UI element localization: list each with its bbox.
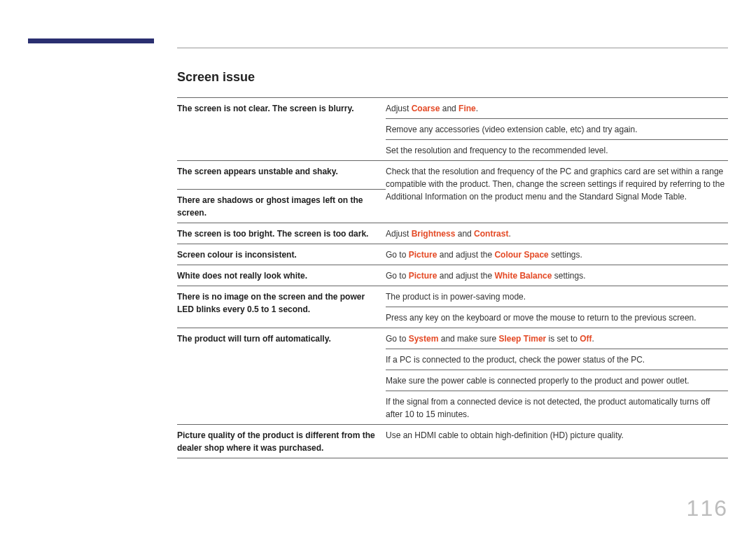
issue-solution: The product is in power-saving mode.	[386, 286, 728, 307]
table-row: Picture quality of the product is differ…	[177, 425, 728, 458]
issue-solution: Use an HDMI cable to obtain high-definit…	[386, 425, 728, 458]
issue-solution: Remove any accessories (video extension …	[386, 119, 728, 140]
issue-solution: If the signal from a connected device is…	[386, 391, 728, 425]
issue-solution: Make sure the power cable is connected p…	[386, 370, 728, 391]
issue-solution: Check that the resolution and frequency …	[386, 161, 728, 223]
text: and adjust the	[437, 250, 494, 260]
text: is set to	[546, 334, 580, 344]
section-title: Screen issue	[177, 70, 728, 85]
table-row: The screen appears unstable and shaky. T…	[177, 161, 728, 223]
header-rule	[177, 48, 728, 48]
text: and	[455, 229, 474, 239]
highlight: Off	[580, 334, 592, 344]
issue-label: The screen is not clear. The screen is b…	[177, 98, 386, 161]
issue-solution: Go to Picture and adjust the White Balan…	[386, 265, 728, 286]
text: Adjust	[386, 104, 412, 113]
issue-label: White does not really look white.	[177, 265, 386, 286]
table-row: There is no image on the screen and the …	[177, 286, 728, 307]
issue-solution: Adjust Brightness and Contrast.	[386, 223, 728, 244]
issue-solution: If a PC is connected to the product, che…	[386, 349, 728, 370]
text: and adjust the	[437, 271, 494, 281]
issue-solution: Go to Picture and adjust the Colour Spac…	[386, 244, 728, 265]
page-number: 116	[687, 496, 728, 521]
highlight: White Balance	[494, 271, 552, 281]
highlight: Fine	[458, 104, 476, 113]
issue-label: Screen colour is inconsistent.	[177, 244, 386, 265]
highlight: Sleep Timer	[498, 334, 546, 344]
highlight: Coarse	[412, 104, 440, 113]
text: Go to	[386, 334, 409, 344]
text: Go to	[386, 271, 409, 281]
text: and make sure	[438, 334, 498, 344]
text: .	[508, 229, 510, 239]
highlight: Colour Space	[494, 250, 548, 260]
table-row: Screen colour is inconsistent. Go to Pic…	[177, 244, 728, 265]
issue-label: The screen appears unstable and shaky.	[177, 161, 386, 189]
issue-label: Picture quality of the product is differ…	[177, 425, 386, 458]
accent-bar	[28, 38, 154, 43]
issue-solution: Go to System and make sure Sleep Timer i…	[386, 328, 728, 349]
issue-solution: Adjust Coarse and Fine.	[386, 98, 728, 119]
table-row: The screen is not clear. The screen is b…	[177, 98, 728, 119]
highlight: Brightness	[412, 229, 456, 239]
text: settings.	[549, 250, 582, 260]
text: Adjust	[386, 229, 412, 239]
issue-label: There are shadows or ghost images left o…	[177, 189, 386, 223]
issue-label-group: The screen appears unstable and shaky. T…	[177, 161, 386, 223]
highlight: System	[409, 334, 439, 344]
text: .	[592, 334, 594, 344]
table-row: The screen is too bright. The screen is …	[177, 223, 728, 244]
troubleshooting-table: The screen is not clear. The screen is b…	[177, 97, 728, 458]
issue-label: The product will turn off automatically.	[177, 328, 386, 425]
table-row: White does not really look white. Go to …	[177, 265, 728, 286]
issue-solution: Set the resolution and frequency to the …	[386, 140, 728, 161]
text: and	[440, 104, 458, 113]
issue-label: The screen is too bright. The screen is …	[177, 223, 386, 244]
text: .	[476, 104, 478, 113]
issue-label: There is no image on the screen and the …	[177, 286, 386, 328]
highlight: Picture	[409, 271, 438, 281]
content-area: Screen issue The screen is not clear. Th…	[177, 70, 728, 458]
table-row: The product will turn off automatically.…	[177, 328, 728, 349]
issue-solution: Press any key on the keyboard or move th…	[386, 307, 728, 328]
text: Go to	[386, 250, 409, 260]
highlight: Contrast	[474, 229, 508, 239]
text: settings.	[552, 271, 585, 281]
highlight: Picture	[409, 250, 438, 260]
